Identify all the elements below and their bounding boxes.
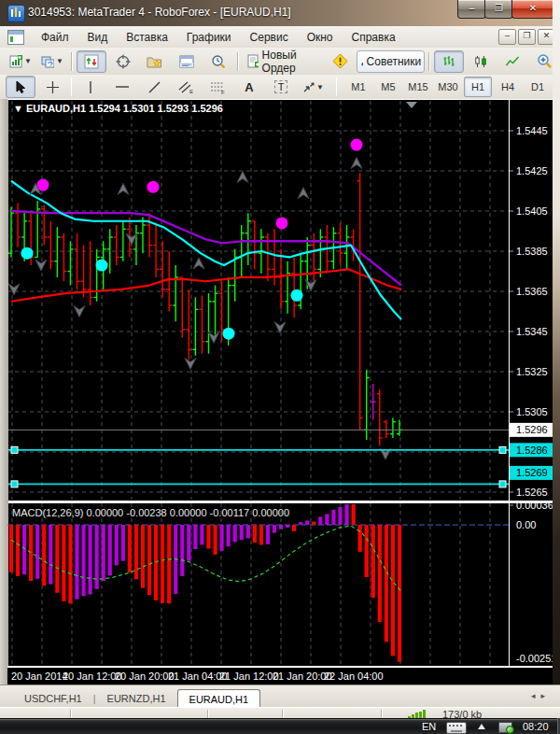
bar-chart-mode-button[interactable] [434, 50, 464, 73]
new-order-button[interactable]: Новый Ордер [243, 50, 324, 73]
vertical-line-tool[interactable] [76, 76, 105, 98]
price-chart[interactable]: 1.54451.54251.54051.53851.53651.53451.53… [7, 99, 553, 685]
timeframe-button-m30[interactable]: M30 [434, 77, 462, 97]
svg-text:F: F [221, 89, 225, 94]
toolbar-separator [71, 78, 72, 96]
terminal-icon [179, 54, 194, 69]
windows-taskbar[interactable]: EN 08:20 [0, 718, 560, 734]
timeframe-button-h1[interactable]: H1 [464, 77, 492, 97]
app-icon [7, 5, 25, 22]
keyboard-layout-icon[interactable] [446, 722, 467, 734]
svg-text:1.5405: 1.5405 [516, 205, 548, 217]
tab-scroll-arrows[interactable]: ◂▸ [531, 691, 551, 700]
advisors-icon [360, 54, 362, 69]
chart-tab-eurnzd[interactable]: EURNZD,H1 [96, 689, 177, 708]
svg-text:1.5325: 1.5325 [516, 366, 548, 377]
minimize-button[interactable]: – [457, 0, 486, 19]
timeframe-button-h4[interactable]: H4 [494, 77, 522, 97]
svg-text:1.5305: 1.5305 [516, 406, 548, 417]
line-chart-icon [505, 54, 520, 69]
strategy-tester-button[interactable] [203, 50, 233, 73]
svg-text:1.5365: 1.5365 [516, 286, 548, 297]
drawing-toolbar: E F A T ▼ M1M5M15M30H1H4D1W1MN [0, 75, 560, 100]
taskbar-clock[interactable]: 08:20 [523, 721, 549, 732]
channel-tool[interactable]: E [171, 76, 201, 98]
standard-toolbar: ▼ ▼ Новый Ордер Советники [0, 48, 560, 76]
tab-scroll-right-icon[interactable]: ▸ [540, 691, 551, 700]
new-chart-icon [9, 54, 22, 69]
text-tool[interactable]: A [234, 76, 264, 98]
svg-text:1.5425: 1.5425 [516, 165, 548, 176]
bar-chart-icon [441, 54, 456, 69]
toolbar-separator [237, 52, 239, 71]
chart-tab-bar: USDCHF,H1|EURNZD,H1EURAUD,H1 [0, 685, 560, 708]
menu-item-3[interactable]: Графики [177, 28, 241, 47]
mdi-minimize-button[interactable]: – [498, 29, 516, 45]
toolbar-separator [336, 78, 337, 96]
terminal-panel-button[interactable] [172, 50, 202, 73]
menu-item-4[interactable]: Сервис [241, 28, 298, 47]
tab-scroll-left-icon[interactable]: ◂ [531, 691, 541, 700]
label-tool-label: T [274, 80, 288, 93]
expert-advisors-button[interactable]: Советники [357, 50, 425, 73]
menu-item-6[interactable]: Справка [343, 28, 405, 47]
text-label-tool[interactable]: T [266, 76, 296, 98]
timeframe-button-m5[interactable]: M5 [374, 77, 402, 97]
maximize-button[interactable]: ❐ [484, 0, 513, 19]
horizontal-line-tool[interactable] [107, 76, 137, 98]
menu-item-1[interactable]: Вид [78, 28, 118, 47]
folder-star-icon [147, 54, 162, 69]
svg-text:-0.00251: -0.00251 [516, 653, 553, 664]
network-tray-icon[interactable] [498, 722, 512, 733]
tray-expand-icon[interactable] [478, 724, 485, 729]
chart-tab-usdchf[interactable]: USDCHF,H1 [13, 689, 93, 708]
svg-text:1.5385: 1.5385 [516, 246, 548, 257]
timeframe-button-m15[interactable]: M15 [404, 77, 432, 97]
window-titlebar[interactable]: 3014953: MetaTrader 4 - RoboForex - [EUR… [0, 0, 560, 27]
menu-item-0[interactable]: Файл [32, 28, 78, 47]
templates-button[interactable] [140, 50, 170, 73]
trendline-tool[interactable] [139, 76, 169, 98]
cursor-icon [14, 80, 27, 94]
new-chart-button[interactable]: ▼ [6, 50, 35, 73]
chart-area[interactable]: 1.54451.54251.54051.53851.53651.53451.53… [7, 99, 553, 685]
trendline-icon [147, 80, 161, 94]
svg-text:22 Jan 04:00: 22 Jan 04:00 [324, 670, 384, 682]
tick-chart-button[interactable] [77, 50, 106, 73]
dropdown-caret-icon: ▼ [24, 57, 32, 65]
tick-chart-icon [84, 54, 99, 69]
chart-window-icon[interactable] [7, 30, 24, 45]
mdi-restore-button[interactable]: ❐ [518, 29, 536, 45]
svg-text:MACD(12,26,9) 0.00000 -0.00238: MACD(12,26,9) 0.00000 -0.00238 0.00000 -… [12, 507, 289, 518]
fibonacci-tool[interactable]: F [203, 76, 232, 98]
timeframe-button-d1[interactable]: D1 [524, 77, 552, 97]
close-button[interactable]: ✕ [511, 0, 554, 19]
fibonacci-icon: F [210, 80, 226, 94]
vline-icon [85, 80, 96, 94]
timeframe-button-m1[interactable]: M1 [344, 77, 372, 97]
cursor-tool-button[interactable] [6, 76, 35, 98]
candlestick-icon [473, 54, 488, 69]
tester-icon [211, 54, 226, 69]
svg-text:1.5296: 1.5296 [516, 424, 548, 435]
menu-item-2[interactable]: Вставка [117, 28, 177, 47]
advisors-label: Советники [367, 55, 422, 68]
crosshair-target-button[interactable] [108, 50, 138, 73]
language-indicator[interactable]: EN [422, 721, 436, 732]
svg-text:20 Jan 2014: 20 Jan 2014 [11, 670, 68, 682]
profiles-button[interactable]: ▼ [37, 50, 67, 73]
line-chart-mode-button[interactable] [497, 50, 527, 73]
svg-text:21 Jan 12:00: 21 Jan 12:00 [219, 670, 279, 682]
important-button[interactable] [325, 50, 355, 73]
warning-icon [332, 53, 348, 69]
menu-item-5[interactable]: Окно [298, 28, 343, 47]
crosshair-tool-button[interactable] [37, 76, 67, 98]
svg-text:20 Jan 20:00: 20 Jan 20:00 [115, 670, 175, 682]
menu-bar: ФайлВидВставкаГрафикиСервисОкноСправка –… [0, 26, 560, 49]
candlestick-mode-button[interactable] [466, 50, 496, 73]
dropdown-caret-icon: ▼ [316, 83, 324, 92]
zoom-in-icon [537, 53, 553, 69]
chart-tab-euraud[interactable]: EURAUD,H1 [177, 689, 261, 709]
toolbar-separator [71, 52, 73, 71]
arrows-tool-button[interactable]: ▼ [298, 76, 328, 98]
